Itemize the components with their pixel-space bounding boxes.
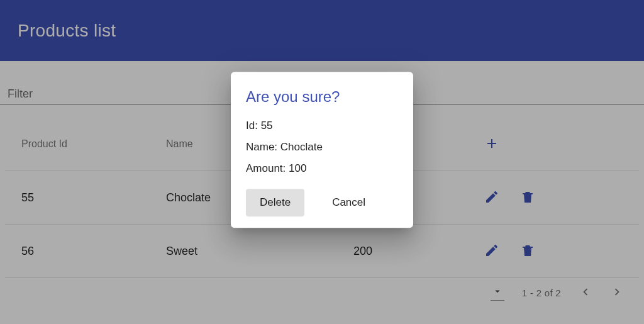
dialog-name-line: Name: Choclate bbox=[246, 141, 398, 154]
dialog-name-label: Name: bbox=[246, 141, 277, 153]
confirm-delete-dialog: Are you sure? Id: 55 Name: Choclate Amou… bbox=[231, 72, 413, 228]
dialog-name-value: Choclate bbox=[280, 141, 323, 153]
confirm-delete-button[interactable]: Delete bbox=[246, 189, 304, 216]
dialog-id-label: Id: bbox=[246, 120, 258, 131]
dialog-id-value: 55 bbox=[261, 120, 273, 131]
dialog-amount-label: Amount: bbox=[246, 162, 286, 174]
dialog-amount-line: Amount: 100 bbox=[246, 162, 398, 175]
dialog-title: Are you sure? bbox=[246, 88, 398, 106]
cancel-button[interactable]: Cancel bbox=[318, 189, 379, 216]
dialog-id-line: Id: 55 bbox=[246, 120, 398, 132]
dialog-amount-value: 100 bbox=[289, 162, 306, 174]
